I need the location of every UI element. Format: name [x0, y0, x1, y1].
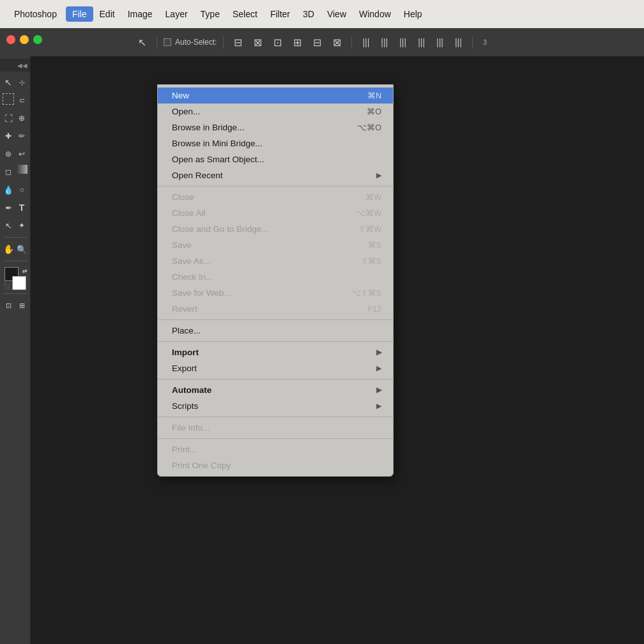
- menu-item-automate-arrow: ▶: [376, 386, 381, 394]
- background-color-swatch[interactable]: [12, 276, 26, 290]
- dd-sep-1: [158, 186, 393, 187]
- tool-move[interactable]: ↖: [2, 74, 15, 91]
- menu-item-export-label: Export: [172, 364, 197, 373]
- align-btn-2[interactable]: ⊠: [250, 35, 266, 50]
- main-area: ◀◀ ↖ ⊹ ⊂ ⛶ ⊕ ✚ ✏ ⊛ ↩ ◻ 💧 ○: [0, 56, 644, 644]
- tool-eyedropper[interactable]: ⊕: [15, 110, 29, 126]
- menu-item-browse-bridge-shortcut: ⌥⌘O: [357, 123, 381, 132]
- menu-item-save-as: Save As... ⇧⌘S: [158, 253, 393, 269]
- tool-history-brush[interactable]: ↩: [15, 146, 29, 162]
- tool-gradient[interactable]: [16, 165, 27, 174]
- align-btn-3[interactable]: ⊡: [270, 35, 286, 50]
- tool-marquee[interactable]: [3, 93, 14, 105]
- menu-item-browse-bridge[interactable]: Browse in Bridge... ⌥⌘O: [158, 119, 393, 135]
- auto-align-btn[interactable]: 3: [479, 37, 491, 47]
- menu-item-browse-mini[interactable]: Browse in Mini Bridge...: [158, 135, 393, 151]
- tool-shape[interactable]: ✦: [15, 217, 29, 234]
- window-minimize-button[interactable]: [20, 35, 29, 44]
- menu-item-print: Print...: [158, 441, 393, 457]
- tool-row-path: ↖ ✦: [2, 217, 29, 234]
- window-maximize-button[interactable]: [33, 35, 42, 44]
- menu-item-open-recent-arrow: ▶: [376, 171, 381, 180]
- tool-healing-brush[interactable]: ✚: [2, 128, 15, 144]
- menu-item-automate[interactable]: Automate ▶: [158, 382, 393, 398]
- distribute-btn-6[interactable]: |||: [451, 36, 466, 49]
- tool-path-select[interactable]: ↖: [2, 217, 15, 234]
- tool-row-blur: 💧 ○: [2, 181, 29, 198]
- swap-colors-icon[interactable]: ⇄: [22, 268, 27, 274]
- tool-pen[interactable]: ✒: [2, 199, 15, 216]
- window-close-button[interactable]: [6, 35, 15, 44]
- menu-item-open-recent[interactable]: Open Recent ▶: [158, 167, 393, 183]
- menu-window[interactable]: Window: [353, 6, 397, 22]
- panel-header: ◀◀: [0, 59, 30, 72]
- menu-item-print-label: Print...: [172, 445, 197, 454]
- tool-row-healing: ✚ ✏: [2, 128, 29, 144]
- menu-photoshop[interactable]: Photoshop: [8, 6, 63, 22]
- menu-item-import[interactable]: Import ▶: [158, 344, 393, 360]
- align-btn-5[interactable]: ⊟: [309, 35, 325, 50]
- menu-item-export-arrow: ▶: [376, 364, 381, 372]
- menu-item-smart-object[interactable]: Open as Smart Object...: [158, 151, 393, 167]
- distribute-btn-2[interactable]: |||: [377, 36, 392, 49]
- file-menu-dropdown: New ⌘N Open... ⌘O Browse in Bridge... ⌥⌘…: [157, 84, 394, 477]
- move-tool-arrow[interactable]: ↖: [134, 35, 150, 50]
- tool-quick-mask[interactable]: ⊡: [2, 297, 15, 314]
- tool-row-select: ⊂: [1, 92, 29, 109]
- tool-zoom[interactable]: 🔍: [15, 241, 29, 257]
- menu-item-save: Save ⌘S: [158, 237, 393, 253]
- reset-colors-icon[interactable]: ⬛: [3, 283, 10, 289]
- tool-clone-stamp[interactable]: ⊛: [2, 146, 15, 162]
- tool-dodge[interactable]: ○: [15, 181, 29, 198]
- distribute-btn-5[interactable]: |||: [433, 36, 447, 49]
- menu-view[interactable]: View: [321, 6, 353, 22]
- align-btn-6[interactable]: ⊠: [329, 35, 345, 50]
- menu-item-export[interactable]: Export ▶: [158, 360, 393, 376]
- menu-item-check-in-label: Check In...: [172, 272, 213, 282]
- canvas-area: New ⌘N Open... ⌘O Browse in Bridge... ⌥⌘…: [31, 56, 644, 644]
- menu-item-new[interactable]: New ⌘N: [158, 88, 393, 103]
- menu-select[interactable]: Select: [226, 6, 264, 22]
- menu-filter[interactable]: Filter: [264, 6, 296, 22]
- menu-item-smart-object-label: Open as Smart Object...: [172, 155, 264, 164]
- tool-row-hand: ✋ 🔍: [2, 241, 29, 257]
- tool-artboard[interactable]: ⊹: [15, 74, 29, 91]
- auto-select-checkbox[interactable]: [164, 38, 171, 46]
- tool-hand[interactable]: ✋: [2, 241, 15, 257]
- distribute-btn-4[interactable]: |||: [414, 36, 429, 49]
- tool-crop[interactable]: ⛶: [2, 110, 15, 126]
- menu-layer[interactable]: Layer: [159, 6, 194, 22]
- panel-collapse-arrows[interactable]: ◀◀: [17, 62, 27, 69]
- tool-row-pen: ✒ T: [2, 199, 29, 216]
- tool-blur[interactable]: 💧: [2, 181, 15, 198]
- dd-sep-6: [158, 438, 393, 439]
- color-swatches: ⇄ ⬛: [2, 267, 29, 290]
- align-btn-1[interactable]: ⊟: [230, 35, 246, 50]
- tool-screen-mode[interactable]: ⊞: [15, 297, 29, 314]
- menu-item-close-bridge-shortcut: ⇧⌘W: [358, 224, 381, 234]
- tool-type[interactable]: T: [15, 199, 29, 216]
- tool-row-selection: ↖ ⊹: [2, 74, 29, 91]
- menu-help[interactable]: Help: [397, 6, 429, 22]
- menu-item-scripts[interactable]: Scripts ▶: [158, 398, 393, 414]
- menu-edit[interactable]: Edit: [93, 6, 121, 22]
- menu-image[interactable]: Image: [121, 6, 159, 22]
- align-btn-4[interactable]: ⊞: [289, 35, 305, 50]
- menu-item-place[interactable]: Place...: [158, 323, 393, 339]
- menu-item-close-label: Close: [172, 192, 194, 202]
- tool-eraser[interactable]: ◻: [1, 164, 15, 180]
- menu-type[interactable]: Type: [194, 6, 226, 22]
- distribute-btn-1[interactable]: |||: [358, 36, 373, 49]
- tool-lasso[interactable]: ⊂: [15, 92, 29, 109]
- tool-brush[interactable]: ✏: [15, 128, 29, 144]
- menu-item-close-all-label: Close All: [172, 208, 206, 218]
- dd-sep-3: [158, 341, 393, 342]
- auto-select-label: Auto-Select:: [175, 38, 217, 47]
- menu-file[interactable]: File: [66, 6, 93, 22]
- distribute-btn-3[interactable]: |||: [395, 36, 410, 49]
- menu-3d[interactable]: 3D: [296, 6, 321, 22]
- tool-sep-bottom: [4, 237, 27, 238]
- toolbar-sep-3: [351, 36, 352, 49]
- menu-item-print-one-copy-label: Print One Copy: [172, 461, 231, 470]
- menu-item-open[interactable]: Open... ⌘O: [158, 103, 393, 119]
